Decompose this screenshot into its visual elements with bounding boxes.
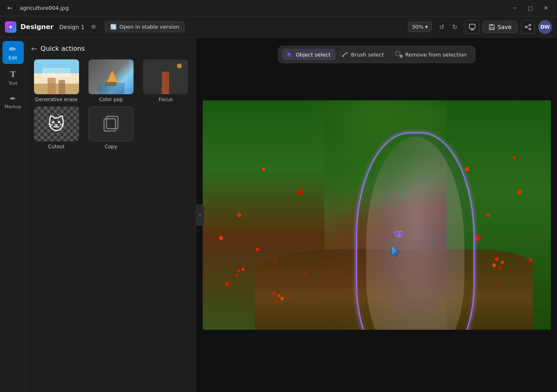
logo-icon: ✦: [8, 24, 13, 30]
svg-point-13: [342, 55, 344, 57]
svg-rect-3: [491, 27, 493, 29]
present-button[interactable]: [465, 20, 479, 34]
sidebar-item-markup[interactable]: ✒️ Markup: [2, 91, 24, 113]
image-cursor-area: [391, 229, 407, 260]
cutout-label: Cutout: [48, 144, 64, 150]
svg-rect-10: [104, 119, 115, 131]
quick-action-color-pop[interactable]: Color pop: [86, 59, 136, 102]
stable-version-icon: 🔄: [110, 24, 117, 30]
quick-action-focus[interactable]: Focus: [140, 59, 191, 102]
title-bar-filename: agriculture004.jpg: [20, 5, 504, 11]
edit-icon: ✏️: [9, 44, 16, 54]
svg-point-7: [529, 28, 531, 30]
svg-rect-0: [469, 24, 475, 29]
minimize-button[interactable]: ─: [509, 3, 521, 13]
copy-thumbnail: [88, 106, 134, 141]
svg-point-6: [525, 26, 527, 28]
edit-label: Edit: [9, 55, 17, 61]
canvas-image: [203, 100, 551, 330]
app-bar: ✦ Designer Design 1 ⚙ 🔄 Open in stable v…: [0, 16, 557, 38]
focus-thumbnail: [143, 59, 188, 94]
title-bar-controls: ─ □ ✕: [509, 3, 552, 13]
object-select-label: Object select: [296, 52, 331, 58]
open-stable-label: Open in stable version: [119, 24, 179, 30]
quick-action-copy[interactable]: Copy: [86, 106, 136, 150]
ai-sparkle-icon: [391, 229, 407, 243]
object-select-icon: [287, 51, 293, 58]
svg-rect-14: [396, 52, 400, 56]
sidebar-item-edit[interactable]: ✏️ Edit: [2, 41, 24, 64]
object-select-button[interactable]: Object select: [282, 49, 335, 60]
cutout-thumbnail: 🐱: [34, 106, 79, 141]
app-name: Designer: [20, 23, 54, 31]
undo-button[interactable]: ↺: [436, 21, 448, 33]
back-icon: ←: [7, 4, 12, 12]
sidebar: ← Quick actions Generative erase: [26, 38, 196, 392]
text-label: Text: [8, 81, 17, 86]
app-bar-right: Save DW: [465, 20, 552, 34]
app-logo: ✦: [5, 21, 16, 33]
color-pop-label: Color pop: [99, 97, 123, 102]
generative-erase-thumbnail: [34, 59, 79, 94]
maximize-button[interactable]: □: [524, 3, 537, 13]
quick-action-cutout[interactable]: 🐱 Cutout: [31, 106, 82, 150]
zoom-control[interactable]: 30% ▾: [408, 22, 431, 32]
remove-selection-icon: [395, 51, 403, 58]
copy-icon: [102, 115, 120, 134]
close-button[interactable]: ✕: [540, 3, 552, 13]
save-label: Save: [498, 24, 512, 30]
sidebar-back-button[interactable]: ←: [31, 44, 37, 53]
svg-line-8: [527, 25, 529, 27]
sidebar-title: Quick actions: [41, 45, 85, 52]
cursor-icon: [391, 245, 401, 258]
canvas-toolbar: Object select Brush select Remove from s…: [278, 46, 475, 63]
brush-select-label: Brush select: [351, 52, 384, 58]
save-button[interactable]: Save: [482, 21, 518, 33]
avatar-initials: DW: [540, 24, 550, 30]
undo-redo-group: ↺ ↻: [436, 21, 461, 33]
remove-from-selection-button[interactable]: Remove from selection: [390, 49, 471, 60]
sidebar-header: ← Quick actions: [31, 43, 191, 54]
zoom-level: 30%: [412, 24, 423, 30]
svg-marker-12: [288, 52, 291, 57]
svg-rect-4: [491, 25, 493, 26]
share-button[interactable]: [521, 20, 535, 34]
image-tomato-cluster-1: [272, 292, 276, 295]
svg-line-9: [527, 27, 529, 29]
zoom-dropdown-icon: ▾: [425, 24, 428, 30]
icon-bar: ✏️ Edit T Text ✒️ Markup: [0, 38, 26, 392]
markup-label: Markup: [5, 104, 21, 109]
svg-point-5: [529, 24, 531, 26]
design-name: Design 1: [59, 24, 85, 30]
markup-icon: ✒️: [10, 94, 16, 103]
collapse-icon: ‹: [199, 212, 201, 218]
quick-actions-grid: Generative erase Color pop: [31, 59, 191, 150]
brush-select-button[interactable]: Brush select: [337, 49, 389, 60]
title-bar: ← agriculture004.jpg ─ □ ✕: [0, 0, 557, 16]
canvas-area[interactable]: Object select Brush select Remove from s…: [196, 38, 557, 392]
quick-action-generative-erase[interactable]: Generative erase: [31, 59, 82, 102]
color-pop-thumbnail: [88, 59, 134, 94]
cutout-cat-icon: 🐱: [34, 106, 79, 141]
title-bar-back-button[interactable]: ←: [5, 3, 15, 13]
user-avatar[interactable]: DW: [538, 20, 552, 34]
image-tomato-cluster-3: [495, 257, 498, 261]
open-stable-button[interactable]: 🔄 Open in stable version: [105, 21, 184, 32]
remove-selection-label: Remove from selection: [405, 52, 466, 58]
text-icon: T: [10, 69, 16, 79]
focus-label: Focus: [158, 97, 172, 102]
copy-label: Copy: [105, 144, 117, 150]
image-tomato-cluster-2: [238, 270, 240, 272]
image-foliage-mid: [290, 100, 464, 215]
design-settings-button[interactable]: ⚙: [88, 22, 98, 32]
generative-erase-label: Generative erase: [35, 97, 78, 102]
main-layout: ✏️ Edit T Text ✒️ Markup ← Quick actions: [0, 38, 557, 392]
brush-select-icon: [342, 51, 349, 58]
svg-rect-11: [106, 116, 118, 129]
redo-button[interactable]: ↻: [449, 21, 461, 33]
sidebar-collapse-button[interactable]: ‹: [196, 205, 204, 225]
sidebar-item-text[interactable]: T Text: [2, 66, 24, 89]
